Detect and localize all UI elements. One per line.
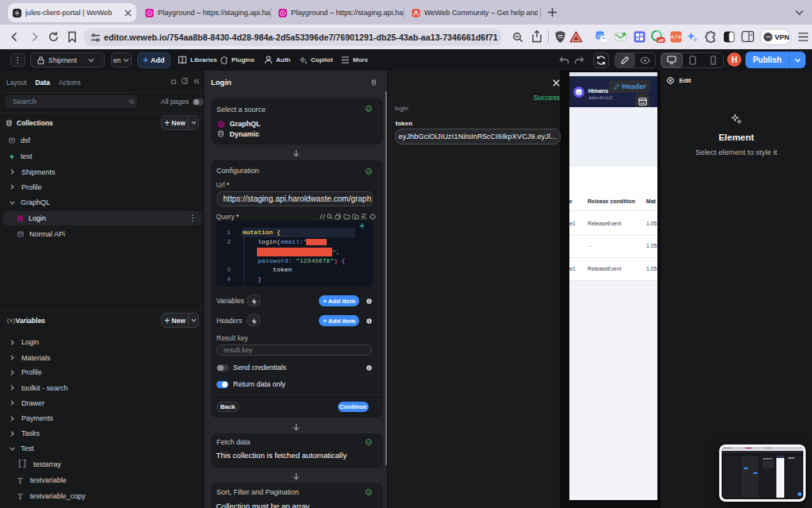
svg-text:off: off	[658, 38, 664, 43]
svg-text:</>: </>	[671, 34, 682, 40]
